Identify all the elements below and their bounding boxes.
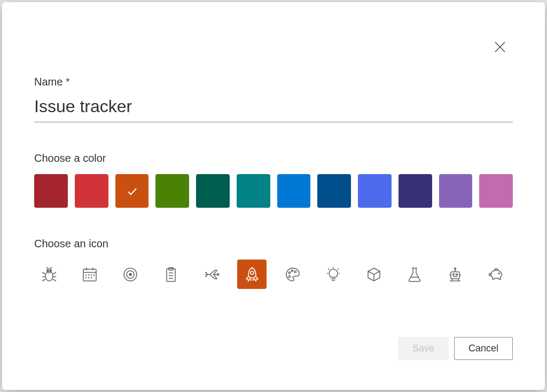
clipboard-icon xyxy=(162,266,179,283)
svg-point-51 xyxy=(452,273,454,275)
palette-icon xyxy=(284,266,301,283)
cube-icon xyxy=(365,266,382,283)
color-swatch-red[interactable] xyxy=(75,174,108,208)
lightbulb-icon xyxy=(325,266,342,283)
svg-point-61 xyxy=(498,273,499,274)
icon-picker xyxy=(34,260,513,289)
color-swatch-purple[interactable] xyxy=(439,174,473,208)
color-swatch-blue[interactable] xyxy=(277,174,311,208)
icon-tile-target[interactable] xyxy=(115,260,145,289)
icon-tile-airplane[interactable] xyxy=(197,260,226,289)
color-swatch-dark-blue[interactable] xyxy=(317,174,351,208)
svg-point-52 xyxy=(456,273,457,275)
color-section-label: Choose a color xyxy=(34,152,513,164)
icon-tile-rocket[interactable] xyxy=(237,260,267,289)
bug-icon xyxy=(41,266,58,283)
svg-line-8 xyxy=(42,272,45,274)
icon-tile-bug[interactable] xyxy=(34,260,64,289)
calendar-icon xyxy=(81,266,98,283)
svg-rect-50 xyxy=(451,272,459,279)
color-swatch-periwinkle[interactable] xyxy=(358,174,392,208)
name-label: Name * xyxy=(34,76,513,88)
svg-point-37 xyxy=(291,270,293,271)
svg-point-5 xyxy=(50,270,51,271)
rocket-icon xyxy=(244,266,261,283)
close-icon xyxy=(494,41,506,53)
icon-tile-calendar[interactable] xyxy=(75,260,104,289)
icon-tile-flask[interactable] xyxy=(400,260,429,289)
color-swatch-orange[interactable] xyxy=(115,174,149,208)
icon-tile-clipboard[interactable] xyxy=(156,260,185,289)
color-swatch-dark-teal[interactable] xyxy=(196,174,230,208)
robot-icon xyxy=(447,266,464,283)
icon-section-label: Choose an icon xyxy=(34,238,513,250)
color-swatch-dark-red[interactable] xyxy=(34,174,68,208)
svg-line-7 xyxy=(51,267,52,269)
name-input[interactable] xyxy=(34,95,513,122)
svg-point-33 xyxy=(251,271,254,275)
cancel-button[interactable]: Cancel xyxy=(454,337,513,360)
svg-point-4 xyxy=(48,270,49,271)
flask-icon xyxy=(406,266,423,283)
svg-point-36 xyxy=(288,272,290,273)
svg-point-55 xyxy=(454,268,456,269)
icon-tile-lightbulb[interactable] xyxy=(318,260,348,289)
icon-tile-piggy-bank[interactable] xyxy=(481,260,510,289)
color-swatch-green[interactable] xyxy=(155,174,189,208)
check-icon xyxy=(126,185,138,198)
save-button[interactable]: Save xyxy=(398,337,449,360)
target-icon xyxy=(122,266,139,283)
airplane-icon xyxy=(203,266,220,283)
svg-line-11 xyxy=(53,272,56,274)
icon-tile-palette[interactable] xyxy=(278,260,307,289)
svg-line-43 xyxy=(328,269,329,270)
color-swatch-navy[interactable] xyxy=(398,174,432,208)
icon-tile-cube[interactable] xyxy=(359,260,388,289)
required-indicator: * xyxy=(66,76,70,88)
create-list-dialog: Name * Choose a color Choose an icon Sav… xyxy=(2,2,545,390)
svg-point-27 xyxy=(129,273,131,276)
color-picker xyxy=(34,174,513,208)
close-button[interactable] xyxy=(491,38,509,56)
svg-point-38 xyxy=(294,271,296,272)
dialog-footer: Save Cancel xyxy=(398,337,513,360)
piggy-bank-icon xyxy=(487,266,504,283)
color-swatch-teal[interactable] xyxy=(237,174,270,208)
icon-tile-robot[interactable] xyxy=(440,260,470,289)
svg-line-6 xyxy=(46,267,48,269)
svg-line-44 xyxy=(338,269,339,270)
color-swatch-pink[interactable] xyxy=(479,174,513,208)
svg-point-39 xyxy=(288,276,290,277)
svg-line-10 xyxy=(42,279,45,281)
svg-line-13 xyxy=(53,279,56,281)
